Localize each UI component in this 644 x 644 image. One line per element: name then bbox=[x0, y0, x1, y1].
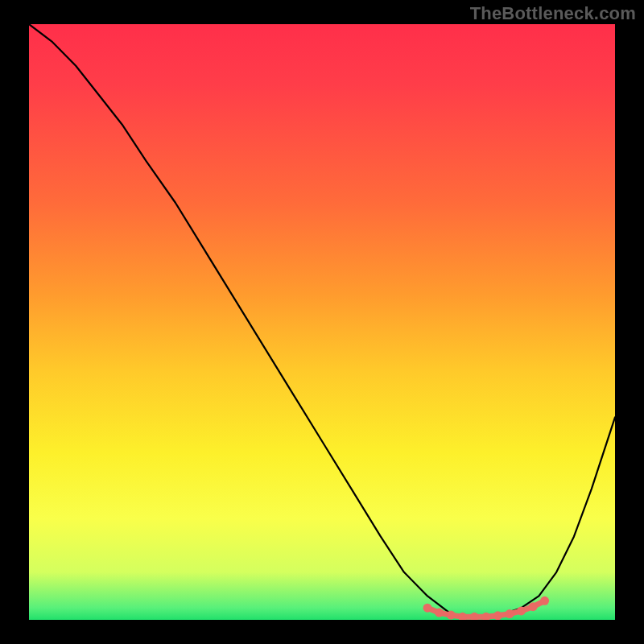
highlight-dot bbox=[506, 609, 514, 618]
chart-frame: TheBottleneck.com bbox=[0, 0, 644, 644]
highlight-dot bbox=[493, 611, 502, 620]
highlight-dot bbox=[529, 602, 538, 611]
highlight-dot bbox=[481, 613, 490, 620]
highlight-dot bbox=[470, 613, 479, 620]
plot-area bbox=[29, 24, 615, 620]
highlight-dot bbox=[447, 611, 456, 620]
highlight-dot bbox=[423, 604, 432, 613]
highlight-dot bbox=[540, 597, 549, 605]
chart-svg bbox=[29, 24, 615, 620]
highlight-dot bbox=[435, 609, 444, 617]
highlight-dot bbox=[517, 606, 526, 615]
watermark-text: TheBottleneck.com bbox=[470, 3, 636, 24]
bottleneck-curve bbox=[29, 24, 615, 617]
